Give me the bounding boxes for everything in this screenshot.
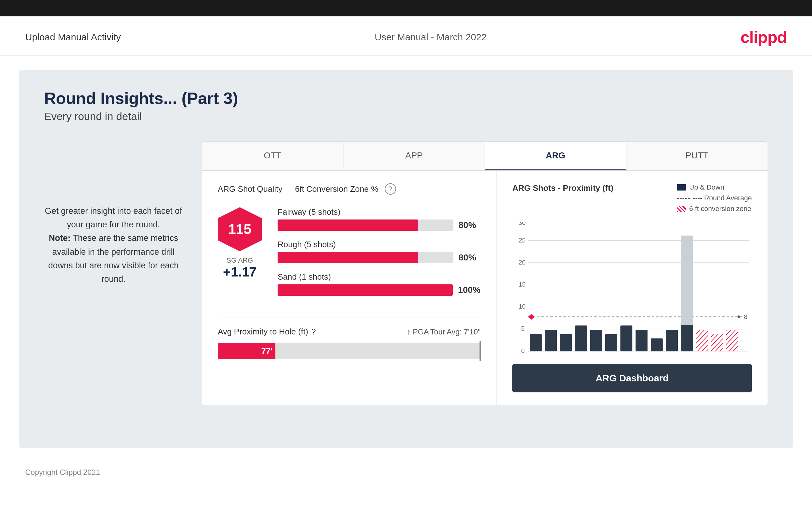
conversion-zone-label: 6ft Conversion Zone % [295,184,378,194]
proximity-section: Avg Proximity to Hole (ft) ? ↑ PGA Tour … [218,317,480,359]
document-title: User Manual - March 2022 [375,32,487,43]
chart-area: 0 5 10 15 20 25 30 [512,222,752,354]
svg-rect-22 [560,334,572,351]
shot-quality-rows: Fairway (5 shots) 80% Rou [277,207,480,304]
copyright-text: Copyright Clippd 2021 [25,468,100,476]
tab-putt[interactable]: PUTT [626,142,768,170]
note-bold: Note: [49,233,70,243]
left-description: Get greater insight into each facet of y… [44,204,183,286]
svg-text:10: 10 [519,303,525,310]
panel-header: ARG Shot Quality 6ft Conversion Zone % ? [218,183,480,194]
svg-text:15: 15 [519,280,525,288]
chart-title: ARG Shots - Proximity (ft) [512,183,613,193]
legend-dashed-icon [677,198,690,199]
clippd-logo: clippd [741,28,787,47]
svg-text:8: 8 [744,313,747,320]
page-title: Round Insights... (Part 3) [44,89,768,108]
page-subtitle: Every round in detail [44,110,768,122]
fairway-percent: 80% [458,220,480,230]
legend-up-down: Up & Down [677,183,752,191]
tab-ott[interactable]: OTT [202,142,344,170]
svg-rect-27 [636,330,648,351]
svg-text:20: 20 [519,259,525,266]
sand-row: Sand (1 shots) 100% [277,272,480,296]
svg-text:0: 0 [521,347,525,354]
svg-rect-28 [651,339,663,351]
sand-label: Sand (1 shots) [277,272,480,282]
svg-marker-19 [738,315,741,319]
svg-text:5: 5 [521,325,525,332]
legend-box-icon [677,184,686,190]
pga-avg: ↑ PGA Tour Avg: 7'10" [407,328,480,336]
fairway-label: Fairway (5 shots) [277,207,480,217]
svg-text:30: 30 [519,222,525,226]
proximity-value: 77' [261,346,272,356]
header: Upload Manual Activity User Manual - Mar… [0,16,812,56]
shot-quality-label: ARG Shot Quality [218,184,282,194]
proximity-help-icon[interactable]: ? [311,327,316,337]
sand-percent: 100% [458,285,480,295]
arg-dashboard-button[interactable]: ARG Dashboard [512,364,752,392]
svg-rect-23 [575,326,587,351]
legend-hatched-icon [677,206,686,212]
legend-round-avg: ---- Round Average [677,194,752,202]
upload-manual-activity-link[interactable]: Upload Manual Activity [25,32,121,43]
chart-legend: Up & Down ---- Round Average 6 ft conver… [677,183,752,213]
svg-rect-20 [530,334,542,351]
card-body: ARG Shot Quality 6ft Conversion Zone % ?… [202,171,768,405]
tab-arg[interactable]: ARG [485,142,626,170]
svg-rect-33 [711,334,723,351]
proximity-bar: 77' [218,343,480,359]
proximity-label: Avg Proximity to Hole (ft) ? [218,327,316,337]
top-bar [0,0,812,16]
svg-marker-17 [528,314,535,320]
footer: Copyright Clippd 2021 [0,462,812,483]
round-insights-card: OTT APP ARG PUTT ARG Shot Quality 6ft Co… [202,142,768,405]
rough-row: Rough (5 shots) 80% [277,240,480,263]
legend-6ft: 6 ft conversion zone [677,205,752,213]
rough-percent: 80% [458,252,480,263]
svg-rect-31 [681,325,693,351]
conversion-zone-help-icon[interactable]: ? [385,183,396,194]
chart-svg: 0 5 10 15 20 25 30 [512,222,752,354]
fairway-row: Fairway (5 shots) 80% [277,207,480,231]
left-panel: ARG Shot Quality 6ft Conversion Zone % ?… [202,171,497,405]
sg-label: SG ARG [226,256,253,265]
svg-text:25: 25 [519,236,525,244]
svg-rect-25 [605,334,617,351]
right-panel: ARG Shots - Proximity (ft) Up & Down ---… [497,171,768,405]
svg-rect-34 [726,330,738,351]
svg-rect-24 [590,330,602,351]
card-wrapper: Get greater insight into each facet of y… [44,142,768,405]
main-content: Round Insights... (Part 3) Every round i… [19,70,793,448]
arg-score-badge: 115 [218,207,262,251]
svg-rect-32 [696,330,708,351]
sg-value: +1.17 [223,265,256,280]
svg-rect-29 [666,330,678,351]
rough-label: Rough (5 shots) [277,240,480,249]
right-panel-header: ARG Shots - Proximity (ft) Up & Down ---… [512,183,752,213]
svg-rect-26 [620,326,632,351]
hex-section: 115 SG ARG +1.17 [218,207,262,280]
tab-bar: OTT APP ARG PUTT [202,142,768,171]
proximity-bar-fill: 77' [218,343,275,359]
svg-rect-21 [545,330,557,351]
tab-app[interactable]: APP [344,142,485,170]
